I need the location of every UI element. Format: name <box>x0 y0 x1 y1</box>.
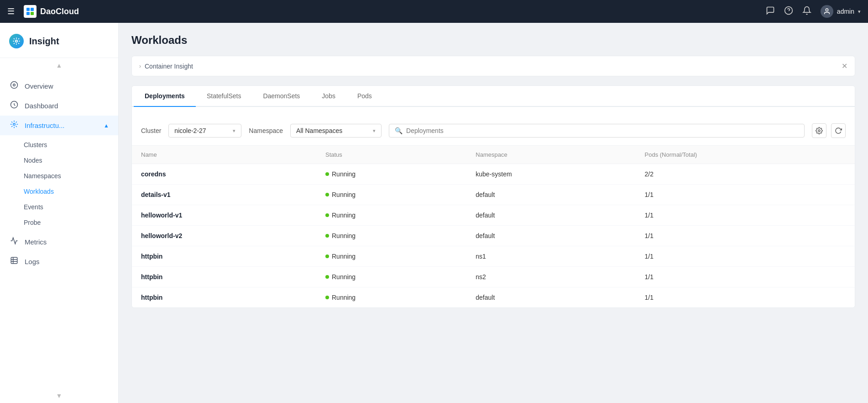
bell-icon[interactable] <box>802 6 811 17</box>
filter-actions <box>812 123 846 138</box>
sidebar-item-metrics[interactable]: Metrics <box>0 232 118 252</box>
status-dot <box>325 255 329 258</box>
workloads-card: Deployments StatefulSets DaemonSets Jobs… <box>131 85 855 308</box>
svg-rect-3 <box>31 12 34 15</box>
cell-namespace: ns2 <box>466 267 635 287</box>
sidebar-item-probe[interactable]: Probe <box>0 215 118 230</box>
cell-pods: 1/1 <box>636 185 855 205</box>
sidebar-item-clusters-label: Clusters <box>24 141 47 148</box>
tab-statefulsets[interactable]: StatefulSets <box>196 86 252 107</box>
sidebar-item-logs-label: Logs <box>25 258 40 265</box>
svg-point-16 <box>818 130 820 132</box>
cell-status: Running <box>316 287 466 308</box>
cell-status: Running <box>316 226 466 246</box>
status-badge: Running <box>325 232 457 239</box>
cell-name: httpbin <box>132 267 316 287</box>
svg-point-6 <box>826 9 828 11</box>
status-dot <box>325 172 329 176</box>
sidebar-item-probe-label: Probe <box>24 219 41 226</box>
sidebar-subitems: Clusters Nodes Namespaces Workloads Even… <box>0 135 118 232</box>
sidebar-item-workloads-label: Workloads <box>24 188 54 195</box>
scroll-up-icon[interactable]: ▲ <box>56 62 63 69</box>
cell-namespace: default <box>466 287 635 308</box>
cluster-chevron-icon: ▾ <box>233 128 235 134</box>
cell-name: httpbin <box>132 287 316 308</box>
help-icon[interactable] <box>784 6 793 17</box>
tab-daemonsets[interactable]: DaemonSets <box>252 86 311 107</box>
cell-status: Running <box>316 164 466 185</box>
col-name: Name <box>132 146 316 164</box>
sidebar-item-overview[interactable]: Overview <box>0 76 118 96</box>
status-badge: Running <box>325 170 457 178</box>
cell-namespace: ns1 <box>466 246 635 267</box>
status-dot <box>325 234 329 238</box>
status-text: Running <box>332 294 356 301</box>
cell-pods: 1/1 <box>636 267 855 287</box>
infrastructure-icon <box>9 120 19 131</box>
chat-icon[interactable] <box>766 6 775 17</box>
cluster-select[interactable]: nicole-2-27 ▾ <box>168 124 241 138</box>
sidebar-item-namespaces[interactable]: Namespaces <box>0 168 118 184</box>
cell-status: Running <box>316 205 466 226</box>
main-content: Workloads › Container Insight ✕ Deployme… <box>119 23 868 403</box>
refresh-button[interactable] <box>831 123 846 138</box>
navbar-logo-text: DaoCloud <box>40 7 79 16</box>
cell-name: httpbin <box>132 246 316 267</box>
cell-name: details-v1 <box>132 185 316 205</box>
sidebar-item-overview-label: Overview <box>25 82 53 90</box>
cell-name: helloworld-v1 <box>132 205 316 226</box>
scroll-down-icon[interactable]: ▼ <box>56 392 63 399</box>
svg-rect-2 <box>26 12 30 15</box>
search-box[interactable]: 🔍 <box>389 124 805 138</box>
table-row: details-v1 Running default 1/1 <box>132 185 855 205</box>
col-pods: Pods (Normal/Total) <box>636 146 855 164</box>
tab-jobs[interactable]: Jobs <box>311 86 346 107</box>
status-dot <box>325 193 329 196</box>
sidebar-header: Insight <box>0 23 118 58</box>
status-dot <box>325 213 329 217</box>
sidebar-item-nodes-label: Nodes <box>24 157 42 164</box>
tab-deployments[interactable]: Deployments <box>134 86 196 107</box>
table-wrapper: Name Status Namespace Pods (Normal/Total… <box>132 146 855 308</box>
tab-pods[interactable]: Pods <box>346 86 383 107</box>
navbar: ☰ DaoCloud admin ▾ <box>0 0 868 23</box>
sidebar-item-nodes[interactable]: Nodes <box>0 153 118 168</box>
infrastructure-chevron-icon: ▲ <box>104 122 109 129</box>
cell-pods: 2/2 <box>636 164 855 185</box>
namespace-label: Namespace <box>249 127 283 134</box>
filters-row: Cluster nicole-2-27 ▾ Namespace All Name… <box>132 116 855 146</box>
cell-status: Running <box>316 185 466 205</box>
sidebar-item-dashboard[interactable]: Dashboard <box>0 96 118 116</box>
svg-point-11 <box>13 123 16 126</box>
menu-icon[interactable]: ☰ <box>7 6 15 16</box>
sidebar-item-events[interactable]: Events <box>0 199 118 215</box>
svg-point-7 <box>16 40 18 42</box>
deployments-table: Name Status Namespace Pods (Normal/Total… <box>132 146 855 308</box>
namespace-select[interactable]: All Namespaces ▾ <box>290 124 382 138</box>
cell-name: helloworld-v2 <box>132 226 316 246</box>
svg-rect-1 <box>31 8 34 11</box>
breadcrumb-label: Container Insight <box>145 63 193 70</box>
namespace-value: All Namespaces <box>296 127 342 134</box>
sidebar-item-dashboard-label: Dashboard <box>25 102 58 110</box>
sidebar-nav: Overview Dashboard Infrastructu... ▲ Clu… <box>0 71 118 390</box>
dashboard-icon <box>9 101 19 111</box>
user-menu[interactable]: admin ▾ <box>821 5 861 18</box>
cell-pods: 1/1 <box>636 287 855 308</box>
cell-pods: 1/1 <box>636 226 855 246</box>
namespace-chevron-icon: ▾ <box>373 128 376 134</box>
svg-point-8 <box>11 82 18 89</box>
sidebar-item-metrics-label: Metrics <box>25 238 47 246</box>
search-input[interactable] <box>406 127 799 134</box>
breadcrumb-chevron-icon: › <box>139 63 141 69</box>
svg-rect-12 <box>11 257 17 264</box>
table-row: helloworld-v2 Running default 1/1 <box>132 226 855 246</box>
infrastructure-label: Infrastructu... <box>25 122 65 129</box>
sidebar-item-workloads[interactable]: Workloads <box>0 184 118 199</box>
sidebar-item-clusters[interactable]: Clusters <box>0 137 118 153</box>
sidebar-infrastructure[interactable]: Infrastructu... ▲ <box>0 116 118 135</box>
settings-button[interactable] <box>812 123 826 138</box>
breadcrumb-close-button[interactable]: ✕ <box>842 62 847 70</box>
sidebar-item-logs[interactable]: Logs <box>0 252 118 271</box>
status-dot <box>325 296 329 299</box>
